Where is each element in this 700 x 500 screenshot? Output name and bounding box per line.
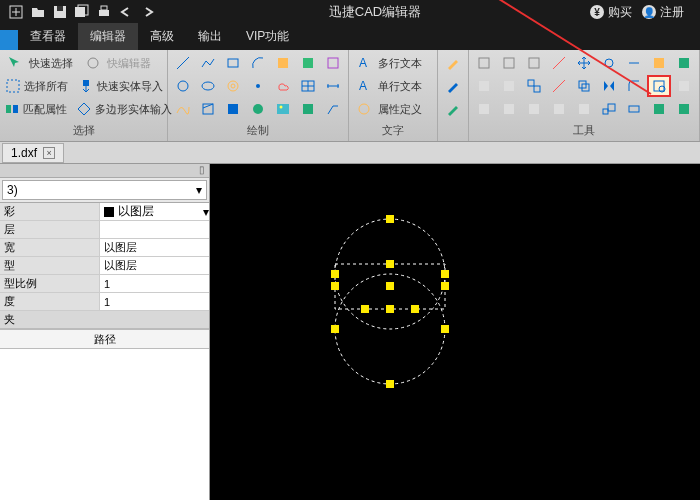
svg-marker-14 bbox=[78, 103, 90, 115]
svg-rect-72 bbox=[441, 270, 449, 278]
tool-c2-icon[interactable] bbox=[498, 76, 520, 96]
tab-vip[interactable]: VIP功能 bbox=[234, 23, 301, 50]
quick-import-icon[interactable] bbox=[77, 76, 94, 96]
poly-input-label: 多边形实体输入 bbox=[95, 102, 172, 117]
tool-b2-icon[interactable] bbox=[673, 53, 695, 73]
text-icon[interactable]: A bbox=[353, 76, 375, 96]
svg-rect-64 bbox=[654, 104, 664, 114]
app-menu[interactable] bbox=[0, 30, 18, 50]
wipeout-icon[interactable] bbox=[297, 99, 319, 119]
tool-b1-icon[interactable] bbox=[648, 53, 670, 73]
section-header[interactable]: 夹 bbox=[0, 311, 209, 329]
polyline-icon[interactable] bbox=[197, 53, 219, 73]
prop-degree-val[interactable]: 1 bbox=[100, 293, 209, 310]
prop-color-val[interactable]: 以图层▾ bbox=[100, 203, 209, 220]
prop-type-val[interactable]: 以图层 bbox=[100, 257, 209, 274]
point-icon[interactable] bbox=[247, 76, 269, 96]
tool-c4-icon[interactable] bbox=[548, 76, 570, 96]
circle-icon[interactable] bbox=[172, 76, 194, 96]
tab-editor[interactable]: 编辑器 bbox=[78, 23, 138, 50]
tool-c1-icon[interactable] bbox=[473, 76, 495, 96]
trim-icon[interactable] bbox=[623, 53, 645, 73]
scale-icon[interactable] bbox=[598, 99, 620, 119]
gradient-icon[interactable] bbox=[222, 99, 244, 119]
print-icon[interactable] bbox=[94, 3, 114, 21]
mirror-icon[interactable] bbox=[598, 76, 620, 96]
select-panel-label: 选择 bbox=[4, 122, 163, 139]
tool-e1-icon[interactable] bbox=[473, 99, 495, 119]
tab-advanced[interactable]: 高级 bbox=[138, 23, 186, 50]
edit1-icon[interactable] bbox=[442, 53, 464, 73]
table-icon[interactable] bbox=[297, 76, 319, 96]
poly-input-icon[interactable] bbox=[76, 99, 92, 119]
panel-grip[interactable]: ▯ bbox=[0, 164, 209, 178]
tool-c3-icon[interactable] bbox=[523, 76, 545, 96]
tab-output[interactable]: 输出 bbox=[186, 23, 234, 50]
ellipse-icon[interactable] bbox=[197, 76, 219, 96]
svg-rect-65 bbox=[679, 104, 689, 114]
buy-button[interactable]: ¥购买 bbox=[590, 4, 632, 21]
tool-e2-icon[interactable] bbox=[498, 99, 520, 119]
dim-icon[interactable] bbox=[322, 76, 344, 96]
rect-icon[interactable] bbox=[222, 53, 244, 73]
prop-color-key: 彩 bbox=[0, 203, 100, 220]
quick-editor-icon[interactable] bbox=[82, 53, 104, 73]
attrdef-icon[interactable] bbox=[353, 99, 375, 119]
insert-icon[interactable] bbox=[322, 53, 344, 73]
arc-icon[interactable] bbox=[247, 53, 269, 73]
prop-scale-val[interactable]: 1 bbox=[100, 275, 209, 292]
file-tab[interactable]: 1.dxf× bbox=[2, 143, 64, 163]
svg-rect-31 bbox=[228, 104, 238, 114]
edit2-icon[interactable] bbox=[442, 76, 464, 96]
new-icon[interactable] bbox=[6, 3, 26, 21]
edit3-icon[interactable] bbox=[442, 99, 464, 119]
region-icon[interactable] bbox=[247, 99, 269, 119]
spline-icon[interactable] bbox=[172, 99, 194, 119]
tool-e4-icon[interactable] bbox=[548, 99, 570, 119]
image-icon[interactable] bbox=[272, 99, 294, 119]
save-icon[interactable] bbox=[50, 3, 70, 21]
redo-icon[interactable] bbox=[138, 3, 158, 21]
quick-select-icon[interactable] bbox=[4, 53, 26, 73]
tool-f2-icon[interactable] bbox=[648, 99, 670, 119]
open-icon[interactable] bbox=[28, 3, 48, 21]
drawing-canvas[interactable] bbox=[210, 164, 700, 500]
tool-a4-icon[interactable] bbox=[548, 53, 570, 73]
svg-rect-19 bbox=[328, 58, 338, 68]
svg-rect-61 bbox=[603, 109, 608, 114]
block-icon[interactable] bbox=[297, 53, 319, 73]
prop-width-val[interactable]: 以图层 bbox=[100, 239, 209, 256]
tool-a1-icon[interactable] bbox=[473, 53, 495, 73]
line-icon[interactable] bbox=[172, 53, 194, 73]
mtext-icon[interactable]: A bbox=[353, 53, 375, 73]
path-row[interactable]: 路径 bbox=[0, 329, 209, 349]
stretch-icon[interactable] bbox=[623, 99, 645, 119]
register-button[interactable]: 👤注册 bbox=[642, 4, 684, 21]
svg-rect-77 bbox=[331, 282, 339, 290]
copy-icon[interactable] bbox=[573, 76, 595, 96]
saveall-icon[interactable] bbox=[72, 3, 92, 21]
undo-icon[interactable] bbox=[116, 3, 136, 21]
select-all-icon[interactable] bbox=[4, 76, 21, 96]
leader-icon[interactable] bbox=[322, 99, 344, 119]
chevron-down-icon: ▾ bbox=[196, 183, 202, 197]
prop-layer-val[interactable] bbox=[100, 221, 209, 238]
hatch2-icon[interactable] bbox=[197, 99, 219, 119]
svg-rect-78 bbox=[441, 282, 449, 290]
close-icon[interactable]: × bbox=[43, 147, 55, 159]
ring-icon[interactable] bbox=[222, 76, 244, 96]
cloud-icon[interactable] bbox=[272, 76, 294, 96]
svg-point-38 bbox=[359, 104, 369, 114]
entity-dropdown[interactable]: 3)▾ bbox=[2, 180, 207, 200]
tool-e3-icon[interactable] bbox=[523, 99, 545, 119]
svg-rect-13 bbox=[13, 105, 18, 113]
hatch-icon[interactable] bbox=[272, 53, 294, 73]
svg-rect-57 bbox=[504, 104, 514, 114]
tool-e5-icon[interactable] bbox=[573, 99, 595, 119]
tool-d2-icon[interactable] bbox=[673, 76, 695, 96]
tab-viewer[interactable]: 查看器 bbox=[18, 23, 78, 50]
match-prop-icon[interactable] bbox=[4, 99, 20, 119]
tool-a3-icon[interactable] bbox=[523, 53, 545, 73]
tool-a2-icon[interactable] bbox=[498, 53, 520, 73]
tool-f3-icon[interactable] bbox=[673, 99, 695, 119]
